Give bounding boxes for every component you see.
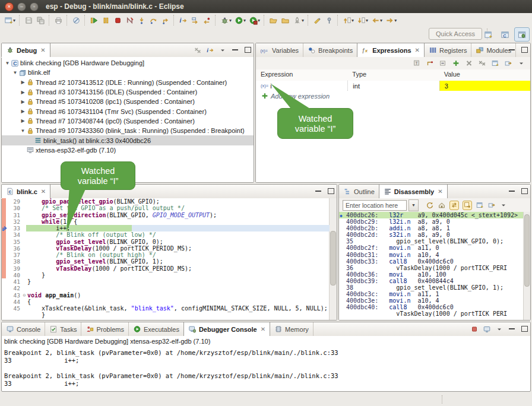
close-icon[interactable]: ✕ — [40, 47, 45, 53]
view-menu-icon[interactable] — [499, 201, 508, 210]
coverage-icon[interactable] — [247, 14, 259, 26]
step-return-icon[interactable] — [159, 14, 171, 26]
link-view-icon[interactable] — [504, 59, 512, 68]
remove-all-terminated-icon[interactable] — [194, 46, 202, 54]
debug-tree-item[interactable]: ▶Thread #5 1073410208 (ipc1) (Suspended … — [2, 97, 254, 106]
tree-collapsed-arrow[interactable]: ▶ — [20, 118, 26, 123]
column-header-expression[interactable]: Expression — [256, 69, 347, 81]
location-input[interactable]: Enter location here — [343, 200, 407, 211]
mark-occurrences-icon[interactable] — [311, 14, 323, 26]
close-icon[interactable]: ✕ — [415, 47, 420, 53]
remove-expression-icon[interactable] — [465, 59, 473, 68]
remove-all-expressions-icon[interactable] — [478, 59, 486, 68]
save-all-icon[interactable] — [34, 14, 46, 26]
open-element-icon[interactable] — [267, 14, 279, 26]
tab-registers[interactable]: Registers — [425, 43, 471, 57]
run-dropdown-icon[interactable]: ▾ — [243, 18, 246, 23]
debug-tree-item[interactable]: ▼Cblink checking [GDB Hardware Debugging… — [2, 58, 254, 68]
open-perspective-button[interactable]: + — [481, 28, 495, 41]
disassembly-scrollbar[interactable] — [523, 212, 530, 320]
tab-expressions[interactable]: ƒxExpressions✕ — [357, 43, 425, 57]
tree-expanded-arrow[interactable]: ▼ — [12, 70, 18, 75]
save-icon[interactable] — [23, 14, 34, 26]
new-wizard-icon[interactable]: + — [2, 14, 14, 26]
debug-tree-item[interactable]: ▶Thread #6 1073431104 (Tmr Svc) (Suspend… — [2, 106, 254, 116]
run-icon[interactable] — [233, 14, 245, 26]
minimize-icon[interactable] — [314, 187, 322, 195]
show-type-names-icon[interactable]: T — [413, 59, 421, 68]
view-menu-icon[interactable] — [517, 59, 525, 68]
quick-access-box[interactable]: Quick Access — [429, 28, 482, 40]
forward-dropdown-icon[interactable]: ▾ — [394, 18, 397, 23]
home-icon[interactable] — [438, 201, 446, 210]
scrollbar-thumb[interactable] — [330, 231, 336, 286]
collapse-all-icon[interactable] — [439, 59, 447, 68]
console-output[interactable]: Breakpoint 2, blink_task (pvParameter=0x… — [2, 347, 530, 389]
open-resource-icon[interactable] — [279, 14, 291, 26]
forward-icon[interactable] — [384, 14, 395, 26]
debug-tree-item[interactable]: ▶Thread #3 1073413156 (IDLE) (Suspended … — [2, 87, 254, 97]
window-maximize-button[interactable]: ▫ — [30, 2, 39, 11]
sync-selection-icon[interactable] — [449, 201, 459, 210]
link-view-icon[interactable] — [487, 201, 496, 210]
next-annotation-icon[interactable] — [355, 14, 367, 26]
tab-disassembly[interactable]: Disassembly✕ — [379, 185, 448, 198]
close-icon[interactable]: ✕ — [261, 326, 265, 332]
tree-collapsed-arrow[interactable]: ▶ — [20, 90, 26, 95]
tree-expanded-arrow[interactable]: ▼ — [4, 61, 11, 66]
view-menu-icon[interactable] — [495, 325, 504, 333]
pin-editor-icon[interactable] — [323, 14, 335, 26]
minimize-icon[interactable] — [508, 46, 516, 54]
close-icon[interactable]: ✕ — [41, 188, 46, 195]
maximize-icon[interactable] — [520, 187, 528, 195]
new-view-icon[interactable]: + — [476, 201, 484, 210]
skip-all-breakpoints-icon[interactable] — [70, 14, 82, 26]
follow-context-icon[interactable] — [463, 201, 472, 210]
drop-to-frame-icon[interactable] — [201, 14, 213, 26]
minimize-icon[interactable] — [508, 325, 516, 333]
debug-tree-item[interactable]: ▶Thread #2 1073413512 (IDLE : Running) (… — [2, 78, 254, 87]
tab-breakpoints[interactable]: Breakpoints — [303, 43, 357, 57]
coverage-dropdown-icon[interactable]: ▾ — [258, 18, 260, 23]
build-icon[interactable] — [52, 14, 64, 26]
tree-collapsed-arrow[interactable]: ▶ — [20, 99, 26, 104]
add-expression-icon[interactable] — [452, 59, 460, 68]
add-new-expression-row[interactable]: Add new expression — [256, 91, 530, 101]
debug-tree-item[interactable]: ▼blink.elf — [2, 68, 254, 77]
tab-memory[interactable]: Memory — [270, 322, 314, 336]
tab-debug[interactable]: Debug ✕ — [1, 43, 50, 57]
instruction-stepping-mode-icon[interactable]: i — [206, 46, 214, 54]
disassembly-listing[interactable]: ◆xx400dbc26: l32r a9, 0x400d045c <_stext… — [339, 212, 530, 320]
next-annotation-dropdown-icon[interactable]: ▾ — [366, 18, 368, 23]
column-header-value[interactable]: Value — [439, 69, 530, 81]
tree-collapsed-arrow[interactable]: ▶ — [20, 109, 26, 114]
previous-annotation-icon[interactable] — [341, 14, 353, 26]
tab-outline[interactable]: Outline — [339, 185, 379, 198]
step-over-icon[interactable] — [147, 14, 159, 26]
debug-icon[interactable] — [218, 14, 230, 26]
debug-tree-item[interactable]: xtensa-esp32-elf-gdb (7.10) — [2, 145, 254, 155]
resume-icon[interactable] — [88, 14, 100, 26]
tab-debugger-console[interactable]: Debugger Console✕ — [183, 322, 270, 336]
tab-tasks[interactable]: Tasks — [45, 322, 81, 336]
editor-scrollbar[interactable] — [329, 198, 337, 320]
back-icon[interactable] — [369, 14, 381, 26]
minimize-icon[interactable] — [508, 187, 516, 195]
tree-collapsed-arrow[interactable]: ▶ — [20, 80, 26, 85]
debug-tree-item[interactable]: blink_task() at blink.c:33 0x400dbc26 — [2, 135, 254, 145]
window-minimize-button[interactable]: – — [17, 2, 26, 11]
tab-blink-c[interactable]: c blink.c ✕ — [1, 185, 50, 198]
location-dropdown[interactable]: ▼ — [408, 199, 419, 211]
debug-tree-item[interactable]: ▶Thread #7 1073408744 (ipc0) (Suspended … — [2, 116, 254, 126]
debug-tree-item[interactable]: ▼Thread #9 1073433360 (blink_task : Runn… — [2, 126, 254, 135]
code-editor[interactable]: 29 gpio_pad_select_gpio(BLINK_GPIO);30 /… — [2, 198, 337, 320]
close-icon[interactable]: ✕ — [438, 188, 442, 195]
new-view-icon[interactable]: + — [491, 59, 499, 68]
maximize-icon[interactable] — [520, 325, 528, 333]
step-into-icon[interactable] — [135, 14, 147, 26]
suspend-icon[interactable] — [100, 14, 112, 26]
maximize-icon[interactable] — [520, 46, 528, 54]
instruction-stepping-icon[interactable]: i — [177, 14, 189, 26]
new-wizard-dropdown-icon[interactable]: ▾ — [13, 18, 15, 23]
show-debug-sourcelookup-icon[interactable] — [189, 14, 201, 26]
